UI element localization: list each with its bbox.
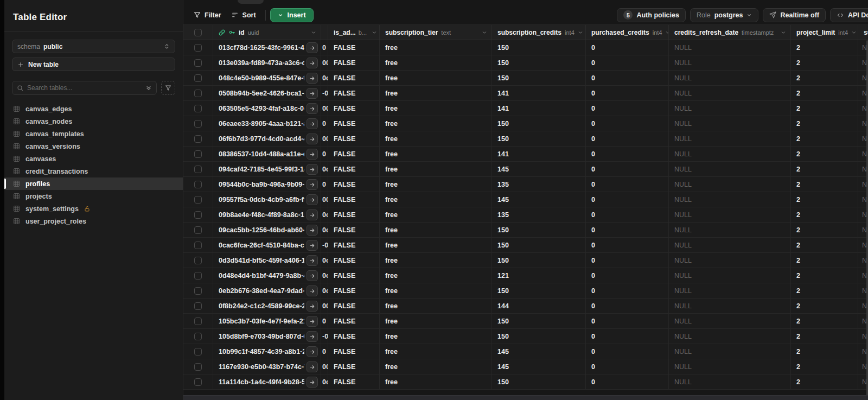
cell-id[interactable]: 09557f5a-0dcb-4cb9-a6fb-fff366... [213, 192, 321, 207]
row-checkbox[interactable] [194, 226, 202, 234]
cell-id[interactable]: 094caf42-7185-4e45-99f3-14abee... [213, 162, 321, 176]
cell-id[interactable]: 06f6b7d3-977d-4cd0-acd4-4a78... [213, 131, 321, 146]
cell-is-admin[interactable]: FALSE [328, 299, 380, 313]
cell-purchased-credits[interactable]: 0 [586, 40, 669, 55]
row-checkbox[interactable] [194, 257, 202, 264]
cell-id[interactable]: 105bc3b7-03fe-4e7f-9efa-21bb40... [213, 314, 321, 328]
sidebar-item-profiles[interactable]: profiles [4, 177, 183, 190]
sidebar-item-projects[interactable]: projects [4, 190, 183, 202]
column-header-subscription-credits[interactable]: subscription_credits int4 [492, 25, 586, 40]
row-checkbox[interactable] [194, 105, 202, 112]
cell-project-limit[interactable]: 2 [791, 86, 858, 100]
cell-clipped[interactable]: 00 [321, 101, 328, 116]
cell-credits-refresh-date[interactable]: NULL [669, 71, 791, 85]
row-checkbox[interactable] [194, 348, 202, 355]
cell-subscription-tier[interactable]: free [380, 162, 492, 176]
cell-purchased-credits[interactable]: 0 [586, 147, 669, 161]
cell-clipped[interactable]: -0 [321, 238, 328, 252]
row-checkbox[interactable] [194, 333, 202, 340]
cell-subscription-credits[interactable]: 135 [492, 177, 586, 192]
auth-policies-button[interactable]: 5 Auth policies [617, 8, 685, 22]
cell-purchased-credits[interactable]: 0 [586, 344, 669, 359]
cell-project-limit[interactable]: 2 [791, 177, 858, 192]
cell-clipped[interactable]: 00 [321, 359, 328, 374]
cell-project-limit[interactable]: 2 [791, 238, 858, 252]
column-header-clipped[interactable] [321, 25, 328, 40]
row-checkbox[interactable] [194, 302, 202, 310]
insert-button[interactable]: Insert [270, 8, 314, 22]
new-table-button[interactable]: New table [12, 58, 175, 71]
cell-purchased-credits[interactable]: 0 [586, 207, 669, 222]
expand-row-button[interactable] [307, 270, 318, 281]
expand-row-button[interactable] [307, 179, 318, 190]
cell-subscription-tier[interactable]: free [380, 238, 492, 252]
cell-id[interactable]: 0eb2b676-38ed-4ea7-9dad-38e6... [213, 283, 321, 298]
cell-credits-refresh-date[interactable]: NULL [669, 177, 791, 192]
cell-clipped[interactable]: 0 [321, 177, 328, 192]
cell-credits-refresh-date[interactable]: NULL [669, 283, 791, 298]
cell-subscription-tier[interactable]: free [380, 55, 492, 70]
cell-purchased-credits[interactable]: 0 [586, 314, 669, 328]
cell-project-limit[interactable]: 2 [791, 314, 858, 328]
cell-project-limit[interactable]: 2 [791, 268, 858, 283]
expand-row-button[interactable] [307, 316, 318, 327]
cell-project-limit[interactable]: 2 [791, 71, 858, 85]
cell-is-admin[interactable]: FALSE [328, 162, 380, 176]
cell-purchased-credits[interactable]: 0 [586, 116, 669, 131]
cell-clipped[interactable]: 0c [321, 223, 328, 237]
cell-id[interactable]: 08386537-10d4-488a-a11e-eb5a6... [213, 147, 321, 161]
cell-project-limit[interactable]: 2 [791, 223, 858, 237]
sidebar-item-system_settings[interactable]: system_settings [4, 202, 183, 215]
cell-subscription-credits[interactable]: 145 [492, 192, 586, 207]
cell-clipped[interactable]: 00 [321, 299, 328, 313]
cell-clipped[interactable]: 0c [321, 283, 328, 298]
row-checkbox[interactable] [194, 211, 202, 219]
cell-clipped[interactable]: 0c [321, 374, 328, 389]
cell-purchased-credits[interactable]: 0 [586, 55, 669, 70]
cell-clipped[interactable]: 0 [321, 147, 328, 161]
cell-credits-refresh-date[interactable]: NULL [669, 299, 791, 313]
cell-subscription-tier[interactable]: free [380, 283, 492, 298]
cell-purchased-credits[interactable]: 0 [586, 192, 669, 207]
cell-project-limit[interactable]: 2 [791, 131, 858, 146]
cell-subscription-credits[interactable]: 150 [492, 40, 586, 55]
column-header-overflow[interactable]: su [858, 25, 868, 40]
cell-is-admin[interactable]: FALSE [328, 238, 380, 252]
cell-id[interactable]: 09b8ae4e-f48c-4f89-8a8c-1629b... [213, 207, 321, 222]
cell-id[interactable]: 0d3d541d-bf5c-459f-a406-16b93... [213, 253, 321, 268]
cell-clipped[interactable]: 0c [321, 253, 328, 268]
select-all-checkbox[interactable] [194, 29, 202, 36]
cell-id[interactable]: 0d48e4d4-b1bf-4479-9a8b-4a4b... [213, 268, 321, 283]
cell-subscription-credits[interactable]: 141 [492, 101, 586, 116]
expand-row-button[interactable] [307, 149, 318, 160]
cell-clipped[interactable]: 0 [321, 40, 328, 55]
cell-id[interactable]: 09544b0c-ba9b-496a-9b09-244... [213, 177, 321, 192]
cell-subscription-tier[interactable]: free [380, 374, 492, 389]
cell-clipped[interactable]: 0c [321, 71, 328, 85]
sidebar-item-canvas_nodes[interactable]: canvas_nodes [4, 115, 183, 128]
row-checkbox[interactable] [194, 74, 202, 82]
cell-clipped[interactable]: 00 [321, 192, 328, 207]
cell-subscription-credits[interactable]: 150 [492, 223, 586, 237]
cell-subscription-tier[interactable]: free [380, 223, 492, 237]
expand-row-button[interactable] [307, 331, 318, 342]
cell-project-limit[interactable]: 2 [791, 162, 858, 176]
cell-subscription-credits[interactable]: 150 [492, 55, 586, 70]
cell-subscription-tier[interactable]: free [380, 207, 492, 222]
cell-subscription-credits[interactable]: 145 [492, 162, 586, 176]
expand-row-button[interactable] [307, 88, 318, 99]
cell-clipped[interactable]: 0c [321, 162, 328, 176]
column-header-purchased-credits[interactable]: purchased_credits int4 [586, 25, 669, 40]
cell-subscription-credits[interactable]: 141 [492, 147, 586, 161]
sidebar-item-canvas_versions[interactable]: canvas_versions [4, 140, 183, 153]
cell-project-limit[interactable]: 2 [791, 55, 858, 70]
cell-credits-refresh-date[interactable]: NULL [669, 192, 791, 207]
cell-is-admin[interactable]: FALSE [328, 344, 380, 359]
cell-clipped[interactable]: 00 [321, 55, 328, 70]
expand-row-button[interactable] [307, 209, 318, 220]
cell-credits-refresh-date[interactable]: NULL [669, 359, 791, 374]
cell-clipped[interactable]: -0 [321, 86, 328, 100]
cell-subscription-tier[interactable]: free [380, 131, 492, 146]
row-checkbox[interactable] [194, 242, 202, 249]
cell-credits-refresh-date[interactable]: NULL [669, 162, 791, 176]
